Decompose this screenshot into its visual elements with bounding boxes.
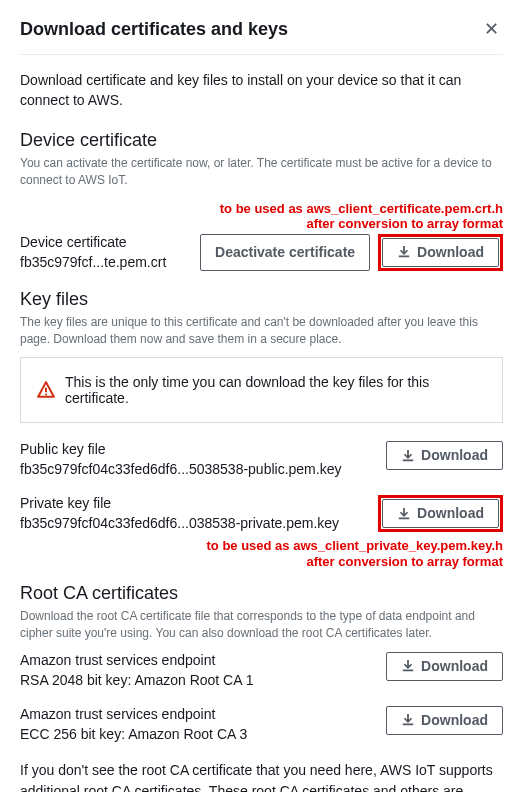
svg-point-1	[45, 394, 47, 396]
warning-icon	[37, 381, 55, 399]
public-key-row: Public key file fb35c979fcf04c33fed6df6.…	[20, 441, 503, 477]
private-key-download-button[interactable]: Download	[382, 499, 499, 528]
root-ca-desc: Download the root CA certificate file th…	[20, 608, 503, 642]
root-ca-1-value: RSA 2048 bit key: Amazon Root CA 1	[20, 672, 374, 688]
device-cert-value: fb35c979fcf...te.pem.crt	[20, 254, 188, 270]
device-cert-desc: You can activate the certificate now, or…	[20, 155, 503, 189]
root-ca-1-download-button[interactable]: Download	[386, 652, 503, 681]
public-key-value: fb35c979fcf04c33fed6df6...5038538-public…	[20, 461, 374, 477]
modal-header: Download certificates and keys ✕	[20, 16, 503, 55]
download-icon	[401, 449, 415, 463]
close-icon: ✕	[484, 19, 499, 39]
root-ca-3-value: ECC 256 bit key: Amazon Root CA 3	[20, 726, 374, 742]
device-cert-label: Device certificate	[20, 234, 188, 250]
device-cert-heading: Device certificate	[20, 130, 503, 151]
root-ca-1-row: Amazon trust services endpoint RSA 2048 …	[20, 652, 503, 688]
device-cert-row: Device certificate fb35c979fcf...te.pem.…	[20, 234, 503, 271]
root-ca-heading: Root CA certificates	[20, 583, 503, 604]
footnote-text: If you don't see the root CA certificate…	[20, 762, 493, 792]
device-cert-download-highlight: Download	[378, 234, 503, 271]
private-key-value: fb35c979fcf04c33fed6df6...038538-private…	[20, 515, 366, 531]
private-key-download-highlight: Download	[378, 495, 503, 532]
key-files-alert: This is the only time you can download t…	[20, 357, 503, 423]
key-files-alert-text: This is the only time you can download t…	[65, 374, 486, 406]
intro-text: Download certificate and key files to in…	[20, 71, 503, 110]
modal-title: Download certificates and keys	[20, 19, 288, 40]
private-key-annotation: to be used as aws_client_private_key.pem…	[207, 538, 504, 569]
private-key-label: Private key file	[20, 495, 366, 511]
public-key-download-button[interactable]: Download	[386, 441, 503, 470]
public-key-label: Public key file	[20, 441, 374, 457]
root-ca-3-label: Amazon trust services endpoint	[20, 706, 374, 722]
device-cert-download-button[interactable]: Download	[382, 238, 499, 267]
download-certs-modal: Download certificates and keys ✕ Downloa…	[0, 0, 523, 792]
deactivate-cert-button[interactable]: Deactivate certificate	[200, 234, 370, 271]
close-button[interactable]: ✕	[480, 16, 503, 42]
download-icon	[397, 245, 411, 259]
root-ca-1-label: Amazon trust services endpoint	[20, 652, 374, 668]
download-icon	[397, 507, 411, 521]
download-icon	[401, 713, 415, 727]
download-icon	[401, 659, 415, 673]
device-cert-annotation: to be used as aws_client_certificate.pem…	[220, 201, 503, 232]
key-files-desc: The key files are unique to this certifi…	[20, 314, 503, 348]
root-ca-3-download-button[interactable]: Download	[386, 706, 503, 735]
root-ca-footnote: If you don't see the root CA certificate…	[20, 760, 503, 792]
private-key-row: Private key file fb35c979fcf04c33fed6df6…	[20, 495, 503, 532]
key-files-heading: Key files	[20, 289, 503, 310]
root-ca-3-row: Amazon trust services endpoint ECC 256 b…	[20, 706, 503, 742]
